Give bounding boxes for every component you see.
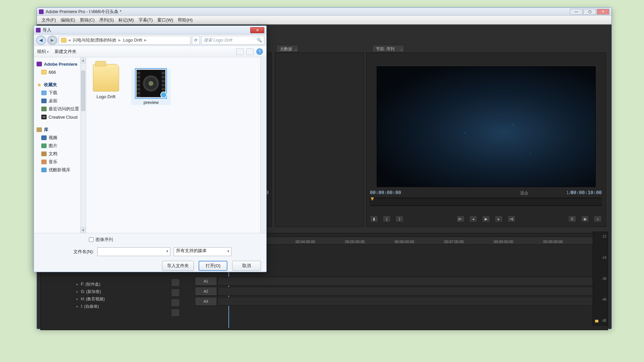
search-input[interactable]: 搜索 Logo Drift 🔍: [201, 36, 264, 45]
breadcrumb-root[interactable]: «: [68, 38, 71, 43]
chevron-right-icon: ▶: [144, 38, 147, 42]
tree-node-youku[interactable]: 优酷影视库: [37, 166, 79, 174]
scroll-down-icon[interactable]: ▼: [80, 227, 86, 233]
tool-button[interactable]: [171, 289, 180, 297]
drive-item[interactable]: ▸I: (自媒体): [76, 303, 177, 310]
file-list[interactable]: Logo Drift preview: [81, 57, 266, 233]
tree-node-music[interactable]: 音乐: [37, 158, 79, 166]
program-lift-button[interactable]: ⎘: [568, 216, 576, 222]
tree-node-desktop[interactable]: 桌面: [37, 97, 79, 105]
file-item-video[interactable]: preview: [131, 70, 171, 105]
program-out-button[interactable]: }: [395, 216, 404, 222]
filename-label: 文件名(N):: [73, 249, 94, 255]
drive-item[interactable]: ▸G: (新加卷): [76, 288, 177, 295]
program-fit-label[interactable]: 适合: [520, 190, 528, 196]
track-lane[interactable]: [218, 287, 604, 296]
tree-node-creative-cloud[interactable]: ccCreative Cloud: [37, 113, 79, 121]
filetype-combo[interactable]: 所有支持的媒体: [174, 247, 231, 256]
window-maximize-button[interactable]: ▢: [583, 9, 596, 15]
breadcrumb-segment[interactable]: Logo Drift: [123, 38, 142, 43]
program-step-fwd-button[interactable]: ▸: [495, 216, 503, 222]
tree-scrollbar[interactable]: ▲ ▼: [80, 57, 86, 233]
window-minimize-button[interactable]: —: [570, 9, 583, 15]
image-sequence-label: 图像序列: [96, 237, 113, 243]
program-goto-out-button[interactable]: ⇥|: [507, 216, 516, 222]
tree-node-premiere[interactable]: Adobe Premiere: [37, 60, 79, 68]
track-head-a1[interactable]: A1: [195, 277, 217, 286]
chevron-right-icon: ▶: [118, 38, 121, 42]
tree-node-videos[interactable]: 视频: [37, 134, 79, 142]
program-add-button[interactable]: ＋: [594, 216, 602, 222]
tree-node-downloads[interactable]: 下载: [37, 89, 79, 97]
track-head-a3[interactable]: A3: [195, 297, 217, 306]
tree-node-pictures[interactable]: 图片: [37, 142, 79, 150]
drive-item[interactable]: ▸H: (教育视频): [76, 295, 177, 303]
organize-dropdown[interactable]: 组织: [37, 49, 49, 55]
import-dialog: 导入 ✕ ◀ ▶ « 闪电与轮胎漂移的特效 ▶ Logo Drift ▶ ⟳ 搜…: [34, 25, 267, 272]
program-scrubber[interactable]: [370, 198, 602, 206]
ruler-tick: 00:08:00:00: [494, 240, 513, 244]
nav-back-button[interactable]: ◀: [36, 36, 46, 45]
program-play-button[interactable]: ▶: [482, 216, 490, 222]
program-monitor[interactable]: [377, 66, 596, 187]
image-sequence-checkbox[interactable]: [89, 237, 94, 242]
playhead-icon[interactable]: [371, 197, 374, 201]
help-icon[interactable]: ?: [256, 48, 263, 55]
view-mode-button[interactable]: [236, 48, 244, 55]
menu-window[interactable]: 窗口(W): [157, 17, 173, 23]
tree-node-favorites[interactable]: ★收藏夹: [37, 81, 79, 89]
program-marker-button[interactable]: ▮: [370, 216, 378, 222]
scroll-up-icon[interactable]: ▲: [80, 57, 86, 63]
track-head-a2[interactable]: A2: [195, 287, 217, 296]
search-icon[interactable]: 🔍: [257, 38, 262, 43]
folder-icon: [61, 38, 66, 43]
program-monitor-panel: 00:00:00:00 适合 1/2 00:00:10:00 ▮ { } |⇤ …: [366, 53, 606, 227]
tab-metadata[interactable]: 元数据 ×: [276, 45, 299, 52]
menu-sequence[interactable]: 序列(S): [99, 17, 114, 23]
tree-node-documents[interactable]: 文档: [37, 150, 79, 158]
program-goto-in-button[interactable]: |⇤: [457, 216, 465, 222]
file-item-folder[interactable]: Logo Drift: [86, 64, 126, 99]
window-close-button[interactable]: ✕: [597, 9, 609, 15]
video-thumbnail: [137, 70, 165, 97]
breadcrumb-segment[interactable]: 闪电与轮胎漂移的特效: [73, 37, 116, 43]
search-placeholder: 搜索 Logo Drift: [204, 37, 232, 43]
preview-pane-button[interactable]: [246, 48, 254, 55]
tree-node-recent[interactable]: 最近访问的位置: [37, 105, 79, 113]
cancel-button[interactable]: 取消: [232, 261, 261, 271]
tool-button[interactable]: [171, 309, 180, 317]
ruler-tick: 00:04:00:00: [296, 240, 315, 244]
refresh-button[interactable]: ⟳: [192, 36, 200, 45]
nav-forward-button[interactable]: ▶: [47, 36, 57, 45]
meter-bar: [595, 320, 598, 322]
tree-node-666[interactable]: 666: [37, 68, 79, 76]
app-icon: [39, 9, 44, 14]
tool-button[interactable]: [171, 279, 180, 287]
program-in-button[interactable]: {: [383, 216, 391, 222]
menu-clip[interactable]: 剪辑(C): [80, 17, 95, 23]
open-button[interactable]: 打开(O): [199, 261, 227, 271]
file-list-scrollbar[interactable]: [260, 57, 266, 233]
dialog-titlebar[interactable]: 导入 ✕: [34, 26, 266, 35]
breadcrumb[interactable]: « 闪电与轮胎漂移的特效 ▶ Logo Drift ▶: [59, 36, 191, 45]
program-step-back-button[interactable]: ◂: [469, 216, 477, 222]
ruler-tick: 00:06:00:00: [395, 240, 414, 244]
menu-marker[interactable]: 标记(M): [118, 17, 134, 23]
import-folder-button[interactable]: 导入文件夹: [162, 261, 194, 271]
menu-help[interactable]: 帮助(H): [178, 17, 193, 23]
tab-program[interactable]: 节目: 序列 01 ×: [372, 45, 404, 52]
menu-title[interactable]: 字幕(T): [139, 17, 153, 23]
tree-node-library[interactable]: 库: [37, 126, 79, 134]
dialog-close-button[interactable]: ✕: [250, 27, 264, 33]
track-lane[interactable]: [218, 297, 604, 306]
filename-combo[interactable]: [97, 247, 170, 256]
new-folder-button[interactable]: 新建文件夹: [55, 49, 76, 55]
tool-button[interactable]: [171, 299, 180, 307]
dialog-title-text: 导入: [43, 27, 51, 33]
drive-item[interactable]: ▸F: (软件盘): [76, 281, 177, 288]
track-lane[interactable]: [218, 277, 604, 286]
menu-file[interactable]: 文件(F): [42, 17, 56, 23]
scroll-thumb[interactable]: [81, 71, 85, 111]
menu-edit[interactable]: 编辑(E): [61, 17, 75, 23]
program-extract-button[interactable]: ◉: [581, 216, 589, 222]
